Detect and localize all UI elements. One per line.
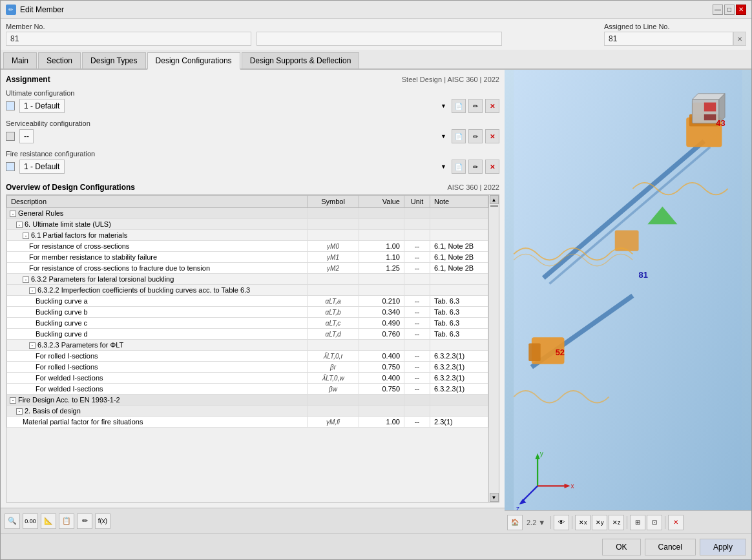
toolbar-function-button[interactable]: f(x)	[95, 513, 110, 529]
ultimate-delete-button[interactable]: ✕	[485, 99, 499, 113]
table-scroll-wrapper[interactable]: Description Symbol Value Unit Note -Gene…	[6, 195, 499, 428]
expand-icon[interactable]: -	[29, 287, 36, 294]
toolbar-dimension-button[interactable]: 📐	[41, 513, 56, 529]
ultimate-config-select[interactable]: 1 - Default	[19, 99, 65, 113]
vp-z-button[interactable]: ✕z	[609, 515, 624, 530]
table-row[interactable]: -Fire Design Acc. to EN 1993-1-2	[7, 395, 488, 406]
fire-new-button[interactable]: 📄	[452, 160, 466, 174]
table-row[interactable]: -6.3.2.2 Imperfection coefficients of bu…	[7, 285, 488, 296]
table-scrollbar[interactable]: ▲ ▼	[488, 195, 499, 502]
vp-sep-3	[627, 516, 627, 529]
row-value	[359, 208, 404, 219]
row-description: -6.3.2 Parameters for lateral torsional …	[7, 274, 308, 285]
minimize-button[interactable]: —	[713, 5, 723, 15]
member-no-input[interactable]	[6, 32, 251, 46]
assigned-line-input[interactable]	[604, 32, 733, 46]
overview-title: Overview of Design Configurations	[6, 183, 135, 192]
row-symbol: αLT,d	[308, 329, 359, 340]
serviceability-edit-button[interactable]: ✏	[468, 129, 483, 143]
tab-main[interactable]: Main	[3, 52, 37, 68]
serviceability-new-button[interactable]: 📄	[452, 129, 466, 143]
table-row[interactable]: -2. Basis of design	[7, 406, 488, 417]
table-row[interactable]: -General Rules	[7, 208, 488, 219]
table-row[interactable]: -6.3.2.3 Parameters for ΦLT	[7, 340, 488, 351]
vp-red-x-button[interactable]: ✕	[668, 515, 684, 530]
vp-y-button[interactable]: ✕y	[592, 515, 607, 530]
toolbar-edit-button[interactable]: ✏	[77, 513, 92, 529]
vp-copy-button[interactable]: ⊡	[647, 515, 662, 530]
table-row[interactable]: -6.1 Partial factors for materials	[7, 230, 488, 241]
fire-delete-button[interactable]: ✕	[485, 160, 499, 174]
content-area: Assignment Steel Design | AISC 360 | 202…	[1, 70, 751, 534]
table-row[interactable]: Buckling curve bαLT,b0.340--Tab. 6.3	[7, 307, 488, 318]
ultimate-edit-button[interactable]: ✏	[468, 99, 483, 113]
expand-icon[interactable]: -	[29, 342, 36, 349]
row-value: 1.25	[359, 263, 404, 274]
expand-icon[interactable]: -	[16, 408, 23, 415]
row-symbol	[308, 406, 359, 417]
scroll-down-button[interactable]: ▼	[490, 493, 499, 502]
vp-home-button[interactable]: 🏠	[507, 515, 523, 530]
assigned-line-field: ✕	[604, 32, 746, 46]
tab-bar: Main Section Design Types Design Configu…	[1, 50, 751, 70]
scroll-thumb[interactable]	[490, 205, 498, 207]
main-window: ✏ Edit Member — □ ✕ Member No. Assigned …	[0, 0, 752, 560]
expand-icon[interactable]: -	[10, 211, 16, 217]
maximize-button[interactable]: □	[724, 5, 735, 15]
table-row[interactable]: -6. Ultimate limit state (ULS)	[7, 219, 488, 230]
row-note	[430, 406, 488, 417]
row-symbol: γM,fi	[308, 417, 359, 428]
extra-input[interactable]	[256, 32, 502, 46]
tab-design-configurations[interactable]: Design Configurations	[147, 52, 240, 70]
fire-config-select[interactable]: 1 - Default	[19, 160, 65, 174]
table-row[interactable]: -6.3.2 Parameters for lateral torsional …	[7, 274, 488, 285]
fire-edit-button[interactable]: ✏	[468, 160, 483, 174]
row-value: 0.760	[359, 329, 404, 340]
ultimate-new-button[interactable]: 📄	[452, 99, 466, 113]
svg-text:52: 52	[556, 347, 565, 357]
row-description: Buckling curve a	[7, 296, 308, 307]
row-value: 0.750	[359, 384, 404, 395]
row-unit: --	[404, 417, 430, 428]
vp-layers-button[interactable]: ⊞	[630, 515, 645, 530]
bottom-bar: OK Cancel Apply	[1, 534, 751, 559]
apply-button[interactable]: Apply	[700, 539, 746, 555]
close-button[interactable]: ✕	[736, 5, 746, 15]
row-value	[359, 274, 404, 285]
table-row[interactable]: Material partial factor for fire situati…	[7, 417, 488, 428]
tab-design-types[interactable]: Design Types	[82, 52, 146, 68]
svg-rect-14	[704, 114, 716, 120]
cancel-button[interactable]: Cancel	[645, 539, 696, 555]
expand-icon[interactable]: -	[23, 276, 29, 283]
table-row[interactable]: For rolled I-sectionsλ̄LT,0,r0.400--6.3.…	[7, 351, 488, 362]
scroll-up-button[interactable]: ▲	[490, 195, 499, 204]
viewport-3d: 43 81 52 y x z	[505, 70, 751, 534]
tab-design-supports-deflection[interactable]: Design Supports & Deflection	[242, 52, 360, 68]
table-row[interactable]: For resistance of cross-sections to frac…	[7, 263, 488, 274]
table-row[interactable]: Buckling curve aαLT,a0.210--Tab. 6.3	[7, 296, 488, 307]
serviceability-delete-button[interactable]: ✕	[485, 129, 499, 143]
expand-icon[interactable]: -	[16, 222, 23, 228]
col-header-unit: Unit	[404, 196, 430, 208]
toolbar-value-button[interactable]: 0.00	[23, 513, 38, 529]
table-row[interactable]: Buckling curve cαLT,c0.490--Tab. 6.3	[7, 318, 488, 329]
row-unit	[404, 208, 430, 219]
table-row[interactable]: For rolled I-sectionsβr0.750--6.3.2.3(1)	[7, 362, 488, 373]
table-row[interactable]: Buckling curve dαLT,d0.760--Tab. 6.3	[7, 329, 488, 340]
ok-button[interactable]: OK	[602, 539, 640, 555]
assigned-line-clear-button[interactable]: ✕	[733, 32, 746, 46]
table-row[interactable]: For member resistance to stability failu…	[7, 252, 488, 263]
tab-section[interactable]: Section	[38, 52, 81, 68]
serviceability-config-select[interactable]: --	[19, 129, 34, 143]
expand-icon[interactable]: -	[10, 397, 16, 404]
row-note	[430, 274, 488, 285]
toolbar-clipboard-button[interactable]: 📋	[59, 513, 74, 529]
expand-icon[interactable]: -	[23, 233, 29, 239]
row-description: Buckling curve c	[7, 318, 308, 329]
table-row[interactable]: For resistance of cross-sectionsγM01.00-…	[7, 241, 488, 252]
table-row[interactable]: For welded I-sectionsβw0.750--6.3.2.3(1)	[7, 384, 488, 395]
toolbar-search-button[interactable]: 🔍	[5, 513, 20, 529]
vp-eye-button[interactable]: 👁	[554, 515, 569, 530]
vp-x-button[interactable]: ✕x	[575, 515, 590, 530]
table-row[interactable]: For welded I-sectionsλ̄LT,0,w0.400--6.3.…	[7, 373, 488, 384]
